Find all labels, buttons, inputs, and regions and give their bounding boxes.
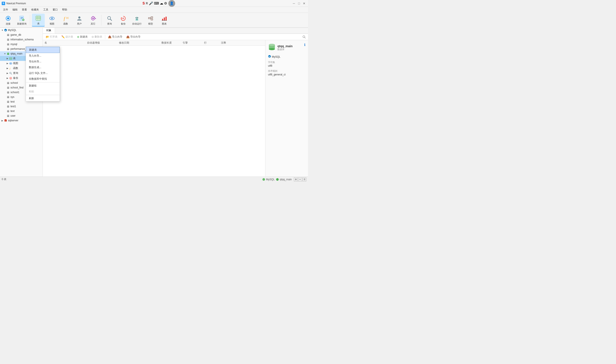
toolbar-chart[interactable]: 图表 (158, 14, 171, 26)
tables-icon (9, 57, 13, 60)
functions-label: 函数 (13, 66, 18, 70)
mysqldb-icon (6, 42, 10, 46)
svg-line-28 (110, 19, 112, 21)
design-table-label: 设计表 (66, 35, 73, 39)
design-table-btn[interactable]: ✏️ 设计表 (60, 35, 75, 39)
function-icon: f (x) (62, 15, 69, 22)
sidebar-item-user[interactable]: user (0, 113, 42, 118)
tab-objects[interactable]: 对象 (43, 28, 55, 34)
design-table-icon: ✏️ (61, 35, 65, 39)
ctx-export-wizard[interactable]: 导出向导... (26, 59, 60, 65)
toolbar-backup[interactable]: 备份 (117, 14, 130, 26)
menu-edit[interactable]: 编辑 (10, 7, 20, 12)
ctx-refresh[interactable]: 刷新 (26, 95, 60, 101)
toolbar: 连接 新建查询 表 (0, 13, 308, 28)
ctx-paste: 粘贴 (26, 89, 60, 94)
info-collation-row: 排序规则 utf8_general_ci (268, 69, 305, 76)
test1-label: test1 (11, 105, 16, 108)
import-wizard-btn[interactable]: 📥 导入向导 (106, 35, 124, 39)
svg-rect-35 (149, 17, 150, 19)
mysql-arrow: ▼ (1, 29, 4, 32)
info-db-name: qtqq_main (277, 44, 293, 48)
title-bar: N Navicat Premium S 英 🎤 ⌨ ☁ ⚙ 👤 ─ □ ✕ (0, 0, 308, 7)
svg-point-17 (52, 18, 52, 19)
ctx-find-in-db[interactable]: 在数据库中查找 (26, 76, 60, 82)
sidebar-item-test1[interactable]: test1 (0, 104, 42, 109)
svg-point-84 (7, 97, 9, 98)
delete-table-icon: ⊖ (92, 35, 94, 39)
view-label: 视图 (50, 22, 54, 26)
ctx-new-table[interactable]: 新建表 (26, 47, 60, 53)
open-table-btn[interactable]: 📂 打开表 (44, 35, 59, 39)
sys-icon (6, 95, 10, 99)
qtqqmain-arrow: ▼ (3, 52, 6, 55)
export-wizard-btn[interactable]: 📤 导出向导 (124, 35, 142, 39)
toolbar-other[interactable]: ▾ 其它 (87, 14, 99, 26)
sidebar-item-mysqldb[interactable]: mysql (0, 42, 42, 47)
sidebar-item-infoschema[interactable]: information_schema (0, 37, 42, 42)
window-controls: ─ □ ✕ (292, 1, 306, 6)
svg-point-75 (7, 83, 9, 84)
svg-text:▾: ▾ (95, 18, 96, 20)
view-icon (49, 15, 55, 22)
toolbar-new-query[interactable]: 新建查询 (15, 14, 28, 26)
test-arrow (3, 100, 6, 103)
list-view-btn[interactable]: ≡ (298, 178, 302, 181)
svg-point-51 (7, 40, 9, 41)
menu-view[interactable]: 查看 (20, 7, 29, 12)
info-collation-label: 排序规则 (268, 69, 305, 73)
toolbar-connect[interactable]: 连接 (2, 14, 14, 26)
toolbar-user[interactable]: 用户 (73, 14, 86, 26)
menu-favorites[interactable]: 收藏夹 (29, 7, 41, 12)
menu-file[interactable]: 文件 (1, 7, 10, 12)
ctx-new-group[interactable]: 新建组 (26, 83, 60, 89)
table-label: 表 (37, 22, 40, 25)
view-toggle-area: ⊞ ≡ ☰ (294, 178, 306, 181)
grid-view-btn[interactable]: ⊞ (294, 178, 298, 181)
backup-icon (120, 15, 127, 22)
toolbar-table[interactable]: 表 (32, 14, 45, 26)
col-rows: 行 (204, 41, 221, 45)
info-help-icon[interactable]: ℹ (304, 43, 305, 47)
menu-window[interactable]: 窗口 (51, 7, 60, 12)
menu-tools[interactable]: 工具 (41, 7, 51, 12)
new-table-btn[interactable]: ⊕ 新建表 (75, 35, 89, 39)
user-label: user (11, 114, 15, 117)
toolbar-model[interactable]: 模型 (144, 14, 157, 26)
detail-view-btn[interactable]: ☰ (302, 178, 306, 181)
toolbar-view[interactable]: 视图 (46, 14, 58, 26)
ctx-import-wizard[interactable]: 导入向导... (26, 53, 60, 59)
svg-point-96 (7, 116, 9, 117)
sidebar-item-sqlserver[interactable]: ▶ S sqlserver (0, 118, 42, 123)
svg-point-33 (137, 17, 138, 18)
schoolfind-label: school_find (11, 86, 24, 89)
query-label: 查询 (107, 22, 112, 26)
backup-arrow: ▶ (6, 77, 9, 80)
toolbar-auto-run[interactable]: 自动运行 (130, 14, 143, 26)
toolbar-function[interactable]: f (x) 函数 (59, 14, 72, 26)
menu-help[interactable]: 帮助 (60, 7, 69, 12)
search-button[interactable] (301, 35, 307, 39)
chart-icon (161, 15, 168, 22)
svg-point-57 (7, 49, 9, 50)
info-connection-value: MySQL (272, 55, 280, 58)
queries-arrow: ▶ (6, 72, 9, 75)
sidebar-item-gamedb[interactable]: game_db (0, 32, 42, 37)
action-bar: 📂 打开表 ✏️ 设计表 ⊕ 新建表 ⊖ 删除表 📥 导入向导 📤 (43, 34, 308, 40)
menu-bar: 文件 编辑 查看 收藏夹 工具 窗口 帮助 (0, 7, 308, 13)
minimize-button[interactable]: ─ (292, 1, 296, 6)
maximize-button[interactable]: □ (297, 1, 301, 6)
toolbar-query[interactable]: 查询 (103, 14, 116, 26)
info-icon-area: qtqq_main 数据库 (268, 43, 293, 53)
functions-arrow: ▶ (6, 67, 9, 70)
delete-table-btn[interactable]: ⊖ 删除表 (90, 35, 104, 39)
user-avatar[interactable]: 👤 (168, 0, 175, 7)
ctx-run-sql[interactable]: 运行 SQL 文件... (26, 70, 60, 76)
status-table-count: 0 表 (2, 178, 6, 181)
sidebar-item-mysql[interactable]: ▼ M MySQL (0, 28, 42, 32)
sidebar-item-text[interactable]: text (0, 109, 42, 113)
close-button[interactable]: ✕ (302, 1, 306, 6)
perfschema-icon (6, 47, 10, 51)
info-mysql-icon: M (268, 55, 271, 59)
ctx-data-gen[interactable]: 数据生成... (26, 65, 60, 70)
